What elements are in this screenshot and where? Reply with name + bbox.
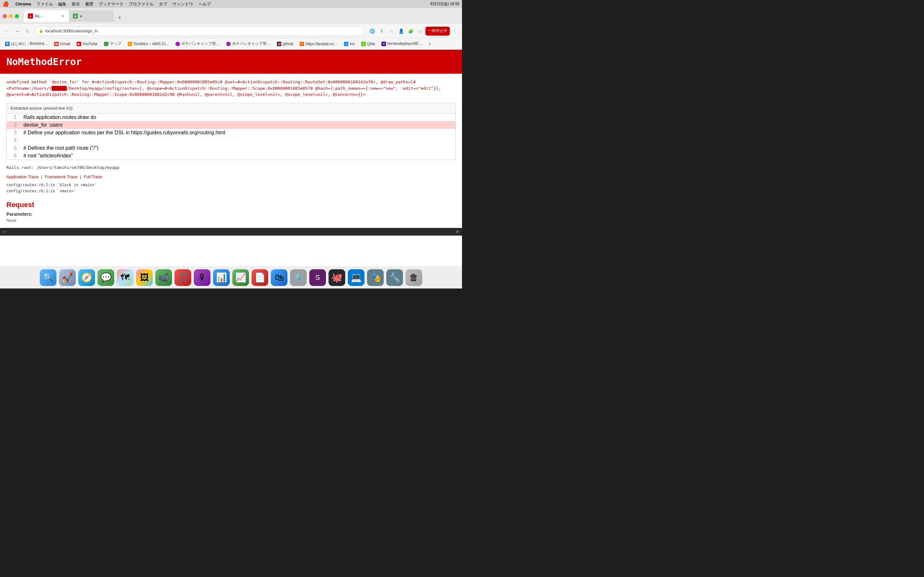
- bookmarks-bar: B はじめに - Bootstra… M Gmail ▶ YouTube 📍 マ…: [0, 38, 462, 50]
- dock-keynote[interactable]: 📊: [213, 269, 230, 286]
- tab-favicon: ●: [28, 13, 33, 19]
- dock-trash[interactable]: 🗑: [405, 269, 422, 286]
- dock-appstore[interactable]: 🛍: [271, 269, 288, 286]
- menu-window[interactable]: ウィンドウ: [172, 1, 193, 7]
- line-code: # Defines the root path route ("/"): [19, 144, 455, 152]
- bookmark-gmail[interactable]: M Gmail: [52, 41, 73, 47]
- dock-podcasts[interactable]: 🎙: [194, 269, 210, 286]
- dock-facetime[interactable]: 📹: [155, 269, 172, 286]
- menu-tab[interactable]: タブ: [159, 1, 167, 7]
- dock: 🔍 🚀 🧭 💬 🗺 🖼 📹 🎵 🎙 📊 📈 📄 🛍 ⚙️ S 🐙 💻 🎭 🔧 🗑: [0, 266, 462, 288]
- dock-generic2[interactable]: 🔧: [386, 269, 403, 286]
- active-tab[interactable]: ● Ac… ✕: [24, 10, 69, 22]
- bookmark-label: マップ: [110, 41, 121, 47]
- source-code: 1 Rails.application.routes.draw do 2 dev…: [7, 113, 455, 160]
- framework-trace-link[interactable]: Framework Trace: [45, 174, 78, 179]
- nav-icons: 🌐 ⬆ ☆ 👤 🧩 ▭ 一時停止中 ⋮: [368, 27, 459, 35]
- dock-music[interactable]: 🎵: [174, 269, 191, 286]
- reload-button[interactable]: ↻: [23, 27, 32, 35]
- lock-icon: 🔒: [39, 29, 43, 33]
- bookmark-label: Tomihiro – AWS Cl…: [134, 42, 170, 46]
- source-line-1: 1 Rails.application.routes.draw do: [7, 113, 455, 121]
- bookmark-label: Gmail: [60, 42, 70, 46]
- source-line-2: 2 devise_for :users: [7, 121, 455, 129]
- share-icon[interactable]: ⬆: [377, 27, 386, 35]
- dock-maps[interactable]: 🗺: [117, 269, 134, 286]
- dock-pages[interactable]: 📄: [252, 269, 268, 286]
- app-name[interactable]: Chrome: [15, 2, 31, 6]
- dock-launchpad[interactable]: 🚀: [59, 269, 76, 286]
- bottom-bar-arrow[interactable]: >>: [3, 230, 7, 234]
- error-title: NoMethodError: [6, 56, 456, 67]
- menu-view[interactable]: 表示: [71, 1, 80, 7]
- bottom-bar-close[interactable]: ✕: [456, 229, 459, 234]
- tabs-bar: ● Ac… ✕ ● ● ＋: [24, 10, 459, 22]
- more-menu-button[interactable]: ⋮: [451, 27, 459, 35]
- dock-finder[interactable]: 🔍: [40, 269, 57, 286]
- bookmark-inn[interactable]: i inn: [341, 41, 357, 47]
- dock-messages[interactable]: 💬: [97, 269, 114, 286]
- bookmark-aws[interactable]: A Tomihiro – AWS Cl…: [125, 41, 172, 47]
- rails-root: Rails.root: /Users/tamihiro4786/Desktop/…: [6, 165, 456, 170]
- bookmark-heroku[interactable]: H herokudeployurl同…: [379, 40, 425, 47]
- back-button[interactable]: ←: [3, 27, 11, 35]
- full-trace-link[interactable]: Full Trace: [84, 174, 102, 179]
- content-area: NoMethodError undefined method `devise_f…: [0, 50, 462, 288]
- bookmark-maps[interactable]: 📍 マップ: [102, 40, 124, 47]
- window-controls: [3, 14, 19, 18]
- extensions-icon[interactable]: 🧩: [406, 27, 415, 35]
- bookmark-icon[interactable]: ☆: [387, 27, 396, 35]
- menu-file[interactable]: ファイル: [36, 1, 53, 7]
- line-code: # root "articles#index": [19, 152, 455, 160]
- bookmark-qiita[interactable]: Q Qiita: [359, 41, 378, 47]
- request-section-title: Request: [6, 201, 456, 209]
- bookmark-bootstrap[interactable]: B はじめに - Bootstra…: [3, 40, 50, 47]
- dock-slack[interactable]: S: [309, 269, 326, 286]
- pause-button[interactable]: 一時停止中: [425, 27, 450, 35]
- navigation-bar: ← → ↻ 🔒 localhost:3000/users/sign_in 🌐 ⬆…: [0, 24, 462, 38]
- bookmark-label: https://teratail.co…: [305, 42, 338, 46]
- close-button[interactable]: [3, 14, 7, 18]
- new-tab-button[interactable]: ＋: [115, 13, 124, 22]
- line-number: 1: [7, 113, 19, 121]
- trace-item-1: config/routes.rb:2:in `block in <main>': [6, 182, 456, 188]
- system-time: 9月2日(金) 18:55: [430, 1, 459, 7]
- dock-photos[interactable]: 🖼: [136, 269, 153, 286]
- menu-profile[interactable]: プロファイル: [129, 1, 153, 7]
- sidebar-icon[interactable]: ▭: [416, 27, 425, 35]
- trace-item-2: config/routes.rb:1:in `<main>': [6, 188, 456, 194]
- bookmark-more[interactable]: »: [426, 41, 433, 47]
- dock-github[interactable]: 🐙: [328, 269, 345, 286]
- bookmark-poteban2[interactable]: ポテパンキャンプ管…: [224, 40, 273, 47]
- dock-vscode[interactable]: 💻: [348, 269, 365, 286]
- error-header: NoMethodError: [0, 50, 462, 74]
- inactive-tab[interactable]: ● ●: [69, 10, 114, 22]
- tab-close-button[interactable]: ✕: [60, 13, 65, 19]
- translate-icon[interactable]: 🌐: [368, 27, 376, 35]
- bookmark-poteban1[interactable]: ポテパンキャンプ管…: [173, 40, 222, 47]
- error-body: undefined method `devise_for' for #<Acti…: [0, 74, 462, 228]
- bookmark-youtube[interactable]: ▶ YouTube: [74, 41, 100, 47]
- menu-history[interactable]: 履歴: [85, 1, 94, 7]
- dock-generic1[interactable]: 🎭: [367, 269, 384, 286]
- bookmark-label: Qiita: [367, 42, 375, 46]
- menu-help[interactable]: ヘルプ: [198, 1, 211, 7]
- tab-label-inactive: ●: [80, 14, 82, 18]
- forward-button[interactable]: →: [13, 27, 22, 35]
- bookmark-teratail[interactable]: T https://teratail.co…: [297, 41, 340, 47]
- address-bar[interactable]: 🔒 localhost:3000/users/sign_in: [35, 26, 365, 36]
- maximize-button[interactable]: [15, 14, 19, 18]
- dock-safari[interactable]: 🧭: [78, 269, 95, 286]
- extracted-source-header: Extracted source (around line #2):: [7, 103, 455, 113]
- dock-settings[interactable]: ⚙️: [290, 269, 307, 286]
- menu-bookmarks[interactable]: ブックマーク: [99, 1, 124, 7]
- minimize-button[interactable]: [9, 14, 13, 18]
- profile-icon[interactable]: 👤: [397, 27, 405, 35]
- menu-edit[interactable]: 編集: [58, 1, 66, 7]
- apple-menu[interactable]: 🍎: [3, 1, 9, 7]
- parameters-label: Parameters:: [6, 211, 456, 217]
- bookmark-github[interactable]: 🐙 github: [274, 41, 296, 47]
- dock-numbers[interactable]: 📈: [232, 269, 249, 286]
- application-trace-link[interactable]: Application Trace: [6, 174, 39, 179]
- error-message: undefined method `devise_for' for #<Acti…: [6, 79, 456, 98]
